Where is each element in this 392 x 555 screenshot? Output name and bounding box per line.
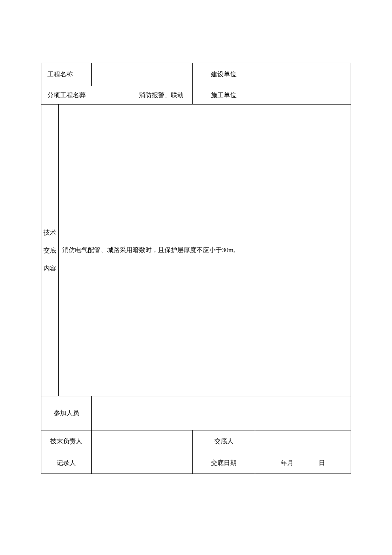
label-project-name: 工程名称	[41, 63, 92, 86]
row-sub-project: 分项工程名葬 消防报警、联动 施工单位	[41, 86, 351, 105]
row-recorder: 记录人 交底日期 年月 日	[41, 452, 351, 474]
label-construction-unit: 建设单位	[193, 63, 255, 86]
date-day: 日	[319, 459, 325, 467]
form-table-container: 工程名称 建设单位 分项工程名葬 消防报警、联动 施工单位 技术 交底 内容	[41, 63, 351, 474]
value-project-name	[92, 63, 193, 86]
label-participants: 参加人员	[41, 396, 92, 430]
value-participants	[92, 396, 351, 430]
row-content: 技术 交底 内容 消仿电气配管、城路采用暗敷时，且保护层厚度不应小于30m,	[41, 105, 351, 396]
date-year-month: 年月	[281, 459, 294, 467]
value-tech-lead	[92, 430, 193, 452]
row-tech-lead: 技末负责人 交底人	[41, 430, 351, 452]
row-project-name: 工程名称 建设单位	[41, 63, 351, 86]
label-technical-disclosure: 技术 交底 内容	[41, 105, 59, 396]
label-recorder: 记录人	[41, 452, 92, 474]
value-disclosure-person	[255, 430, 351, 452]
form-table: 工程名称 建设单位 分项工程名葬 消防报警、联动 施工单位 技术 交底 内容	[41, 63, 351, 474]
label-sub-project: 分项工程名葬 消防报警、联动	[41, 86, 193, 105]
label-disclosure-person: 交底人	[193, 430, 255, 452]
label-disclosure-date: 交底日期	[193, 452, 255, 474]
label-tech-lead: 技末负责人	[41, 430, 92, 452]
row-participants: 参加人员	[41, 396, 351, 430]
value-contractor-unit	[255, 86, 351, 105]
value-construction-unit	[255, 63, 351, 86]
value-recorder	[92, 452, 193, 474]
content-body: 消仿电气配管、城路采用暗敷时，且保护层厚度不应小于30m,	[59, 105, 351, 396]
value-disclosure-date: 年月 日	[255, 452, 351, 474]
label-contractor-unit: 施工单位	[193, 86, 255, 105]
